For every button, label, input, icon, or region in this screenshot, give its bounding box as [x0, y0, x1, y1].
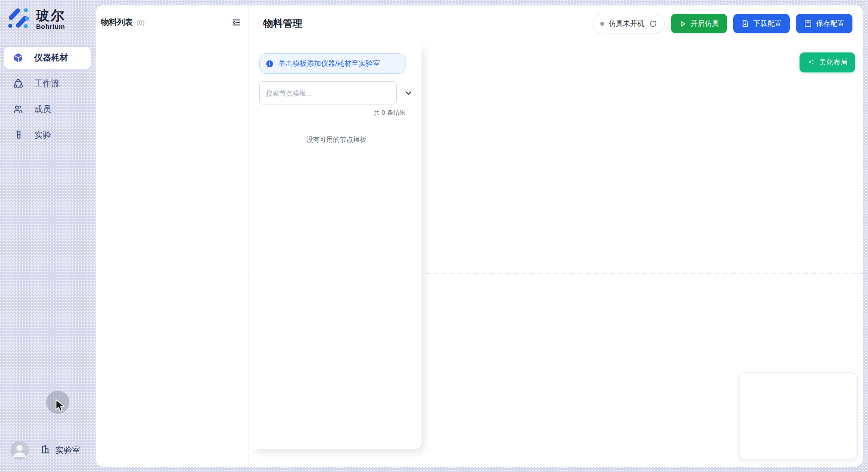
lab-label: 实验室 — [55, 444, 80, 456]
sidebar-item-label: 工作流 — [34, 78, 60, 89]
user-avatar[interactable] — [10, 441, 29, 460]
simulation-status-pill[interactable]: 仿真未开机 — [593, 14, 665, 33]
experiment-icon — [13, 130, 24, 140]
canvas-grid-line — [640, 42, 640, 467]
refresh-icon[interactable] — [649, 20, 657, 28]
brand-name-en: Bohrium — [36, 23, 65, 30]
building-icon — [40, 444, 51, 457]
sidebar-item-members[interactable]: 成员 — [4, 98, 91, 120]
flow-canvas[interactable]: 单击模板添加仪器/耗材至实验室 共 0 条结果 没有可用的节点模板 — [249, 42, 863, 467]
cube-icon — [13, 52, 24, 63]
mouse-cursor — [55, 399, 67, 416]
collapse-panel-button[interactable] — [231, 17, 241, 28]
start-simulation-button[interactable]: 开启仿真 — [671, 14, 727, 33]
canvas-minimap[interactable] — [739, 372, 857, 459]
bohrium-logo-icon — [7, 6, 31, 32]
sidebar-nav: 仪器耗材 工作流 成员 — [4, 47, 91, 146]
play-icon — [679, 20, 687, 28]
info-icon — [266, 60, 273, 68]
status-dot-icon — [600, 22, 604, 26]
info-banner: 单击模板添加仪器/耗材至实验室 — [259, 53, 406, 74]
members-icon — [13, 104, 24, 115]
brand-name-zh: 玻尔 — [36, 8, 65, 23]
materials-panel: 物料列表 (0) — [96, 5, 249, 467]
empty-templates-text: 没有可用的节点模板 — [259, 136, 414, 144]
sidebar-item-label: 成员 — [34, 104, 51, 115]
save-config-button[interactable]: 保存配置 — [796, 14, 852, 33]
file-download-icon — [741, 20, 749, 28]
template-search-input[interactable] — [259, 81, 397, 104]
brand-logo: 玻尔 Bohrium — [7, 6, 65, 32]
canvas-grid-line — [857, 42, 857, 467]
page-header: 物料管理 仿真未开机 开启仿真 — [249, 5, 863, 42]
status-label: 仿真未开机 — [609, 19, 644, 28]
sidebar-item-instruments[interactable]: 仪器耗材 — [4, 47, 91, 69]
main-card: 物料列表 (0) 物料管理 仿真未开机 — [96, 5, 863, 467]
sidebar-item-workflow[interactable]: 工作流 — [4, 72, 91, 95]
materials-count: (0) — [137, 19, 145, 26]
sparkles-icon — [807, 59, 815, 67]
workflow-icon — [13, 78, 24, 89]
page-title: 物料管理 — [263, 17, 302, 30]
beautify-layout-button[interactable]: 美化布局 — [800, 52, 855, 72]
info-banner-text: 单击模板添加仪器/耗材至实验室 — [278, 59, 380, 68]
node-template-palette: 单击模板添加仪器/耗材至实验室 共 0 条结果 没有可用的节点模板 — [250, 42, 422, 449]
download-config-button[interactable]: 下载配置 — [733, 14, 790, 33]
lab-switcher[interactable]: 实验室 — [40, 444, 80, 457]
sidebar-item-experiment[interactable]: 实验 — [4, 124, 91, 146]
sidebar-item-label: 仪器耗材 — [34, 52, 68, 64]
sidebar-item-label: 实验 — [34, 129, 51, 141]
save-icon — [804, 20, 812, 28]
result-count: 共 0 条结果 — [259, 109, 414, 117]
chevron-down-icon[interactable] — [403, 88, 414, 98]
materials-panel-title: 物料列表 — [101, 17, 133, 28]
